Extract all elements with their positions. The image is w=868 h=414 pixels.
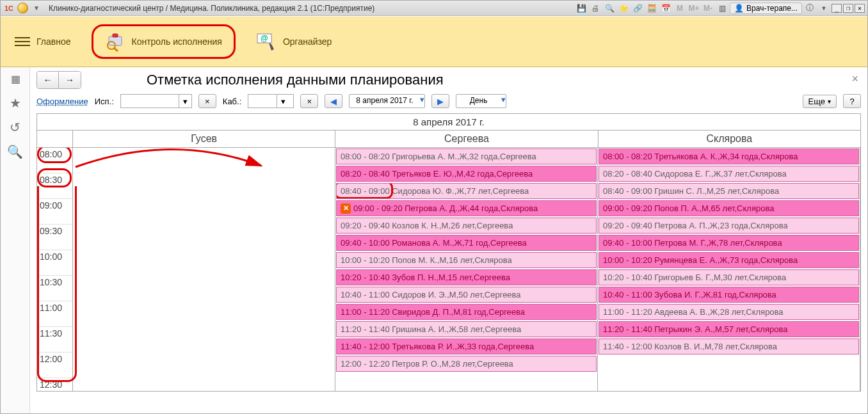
- calc-icon[interactable]: 🧮: [645, 2, 658, 15]
- appointment[interactable]: 08:20 - 08:40 Сидорова Е. Г.,Ж,37 лет,Ск…: [599, 166, 859, 182]
- appointment[interactable]: 11:40 - 12:00 Третьякова Р. И.,Ж,33 года…: [336, 338, 597, 354]
- kab-clear-button[interactable]: ×: [300, 94, 318, 108]
- preview-icon[interactable]: 🔍: [603, 2, 616, 15]
- main-area: × ← → Отметка исполнения данными планиро…: [30, 67, 867, 413]
- window-restore-button[interactable]: ❐: [843, 4, 853, 13]
- appointment[interactable]: 08:40 - 09:00 Гришин С. Л.,М,25 лет,Скля…: [599, 183, 859, 199]
- appointment[interactable]: 09:40 - 10:00 Петрова М. Г.,Ж,78 лет,Скл…: [599, 235, 859, 251]
- close-form-button[interactable]: ×: [851, 72, 858, 86]
- kab-combo[interactable]: ▾: [248, 94, 294, 108]
- time-slot[interactable]: 12:00: [37, 353, 72, 378]
- appointment[interactable]: 09:40 - 10:00 Романова А. М.,Ж,71 год,Се…: [336, 235, 597, 251]
- info-icon[interactable]: ⓘ: [803, 2, 816, 15]
- font-mplus-icon[interactable]: M+: [687, 2, 700, 15]
- appointment-text: 10:00 - 10:20 Румянцева Е. А.,Ж,73 года,…: [603, 255, 798, 265]
- dropdown-icon[interactable]: ▼: [31, 3, 42, 14]
- time-slot[interactable]: 11:30: [37, 327, 72, 353]
- appointment-text: 12:00 - 12:20 Петров Р. О.,М,28 лет,Серг…: [341, 359, 513, 369]
- print-icon[interactable]: 🖨: [589, 2, 602, 15]
- calendar-icon[interactable]: 📅: [659, 2, 672, 15]
- column-sergeeva[interactable]: 08:00 - 08:20 Григорьева А. М.,Ж,32 года…: [335, 148, 598, 391]
- kab-dropdown-icon[interactable]: ▾: [277, 95, 289, 107]
- appointment[interactable]: ✕09:00 - 09:20 Петрова А. Д.,Ж,44 года,С…: [336, 200, 597, 216]
- column-gusev[interactable]: [73, 148, 335, 391]
- appointment[interactable]: 11:40 - 12:00 Козлов В. И.,М,78 лет,Скля…: [599, 338, 859, 354]
- appointment[interactable]: 10:20 - 10:40 Зубов П. Н.,М,15 лет,Серге…: [336, 269, 597, 285]
- nav-back-button[interactable]: ←: [37, 72, 59, 88]
- appointment[interactable]: 09:20 - 09:40 Козлов К. Н.,М,26 лет,Серг…: [336, 218, 597, 234]
- column-sklyarova[interactable]: 08:00 - 08:20 Третьякова А. К.,Ж,34 года…: [598, 148, 860, 391]
- font-m-icon[interactable]: M: [673, 2, 686, 15]
- appointment-text: 09:00 - 09:20 Попов П. А.,М,65 лет,Скляр…: [603, 203, 774, 213]
- more-button[interactable]: Еще ▾: [803, 95, 837, 108]
- search-icon[interactable]: 🔍: [6, 144, 24, 159]
- time-column: 08:0008:3009:0009:3010:0010:3011:0011:30…: [37, 148, 73, 391]
- star-icon[interactable]: ★: [6, 95, 24, 111]
- window-state-icon[interactable]: [17, 3, 28, 13]
- appointment[interactable]: 08:00 - 08:20 Третьякова А. К.,Ж,34 года…: [599, 148, 859, 164]
- appointment[interactable]: 11:00 - 11:20 Свиридов Д. П.,М,81 год,Се…: [336, 304, 597, 320]
- time-slot[interactable]: 08:00: [37, 148, 72, 173]
- appointment[interactable]: 08:00 - 08:20 Григорьева А. М.,Ж,32 года…: [336, 148, 597, 164]
- doctor-header-sergeeva: Сергеева: [335, 131, 598, 147]
- user-badge[interactable]: 👤 Врач-терапе...: [730, 3, 802, 14]
- appointment[interactable]: 08:20 - 08:40 Третьяков Е. Ю.,М,42 года,…: [336, 166, 597, 182]
- appointment[interactable]: 09:00 - 09:20 Попов П. А.,М,65 лет,Скляр…: [599, 200, 859, 216]
- info-dd-icon[interactable]: ▼: [817, 2, 830, 15]
- date-combo[interactable]: 8 апреля 2017 г. ▾: [349, 94, 424, 108]
- time-slot[interactable]: 10:00: [37, 250, 72, 276]
- history-icon[interactable]: ↺: [6, 120, 24, 135]
- link-icon[interactable]: 🔗: [631, 2, 644, 15]
- appointment[interactable]: 09:20 - 09:40 Петрова А. П.,Ж,23 года,Ск…: [599, 218, 859, 234]
- side-toolstrip: ▦ ★ ↺ 🔍: [1, 67, 30, 413]
- time-slot[interactable]: 10:30: [37, 276, 72, 301]
- mode-dropdown-icon[interactable]: ▾: [501, 95, 506, 107]
- time-slot[interactable]: 11:00: [37, 301, 72, 327]
- isp-clear-button[interactable]: ×: [198, 94, 216, 108]
- appointment[interactable]: 10:40 - 11:00 Зубова И. Г.,Ж,81 год,Скля…: [599, 287, 859, 303]
- window-title: Клинико-диагностический центр / Медицина…: [49, 4, 572, 13]
- appointment[interactable]: 10:00 - 10:20 Попов М. К.,М,16 лет,Скляр…: [336, 252, 597, 268]
- time-slot[interactable]: 09:30: [37, 225, 72, 250]
- appointment[interactable]: 10:00 - 10:20 Румянцева Е. А.,Ж,73 года,…: [599, 252, 859, 268]
- appointment[interactable]: 12:00 - 12:20 Петров Р. О.,М,28 лет,Серг…: [336, 356, 597, 372]
- date-next-button[interactable]: ▶: [431, 94, 449, 108]
- appointment[interactable]: 10:20 - 10:40 Григорьев Б. Г.,М,30 лет,С…: [599, 269, 859, 285]
- panels-icon[interactable]: ▥: [716, 2, 728, 15]
- isp-dropdown-icon[interactable]: ▾: [179, 95, 191, 107]
- help-button[interactable]: ?: [843, 94, 861, 108]
- appointment[interactable]: 11:20 - 11:40 Петрыкин Э. А.,М,57 лет,Ск…: [599, 321, 859, 337]
- user-name: Врач-терапе...: [746, 4, 798, 13]
- time-slot[interactable]: 08:30: [37, 173, 72, 199]
- kab-input[interactable]: [248, 95, 277, 107]
- time-slot[interactable]: 09:00: [37, 199, 72, 225]
- svg-rect-1: [113, 34, 118, 37]
- appointment-text: 08:40 - 09:00 Сидорова Ю. Ф.,Ж,77 лет,Се…: [341, 186, 529, 196]
- save-icon[interactable]: 💾: [575, 2, 588, 15]
- tab-main[interactable]: Главное: [7, 33, 79, 51]
- isp-combo[interactable]: ▾: [120, 94, 192, 108]
- appointment[interactable]: 11:20 - 11:40 Гришина А. И.,Ж,58 лет,Сер…: [336, 321, 597, 337]
- doctor-header-sklyarova: Склярова: [599, 131, 860, 147]
- appointment[interactable]: 08:40 - 09:00 Сидорова Ю. Ф.,Ж,77 лет,Се…: [336, 183, 597, 199]
- isp-input[interactable]: [121, 95, 179, 107]
- design-link[interactable]: Оформление: [36, 97, 88, 106]
- mode-combo[interactable]: День ▾: [456, 94, 506, 108]
- date-dropdown-icon[interactable]: ▾: [420, 95, 424, 107]
- tab-control[interactable]: Контроль исполнения: [92, 24, 236, 59]
- appointment[interactable]: 11:00 - 11:20 Авдеева А. В.,Ж,28 лет,Скл…: [599, 304, 859, 320]
- nav-button-group: ← →: [36, 71, 81, 89]
- appointment-text: 11:40 - 12:00 Козлов В. И.,М,78 лет,Скля…: [603, 342, 777, 351]
- appointment-text: 09:00 - 09:20 Петрова А. Д.,Ж,44 года,Ск…: [353, 203, 538, 213]
- time-slot[interactable]: 12:30: [37, 378, 72, 391]
- date-prev-button[interactable]: ◀: [325, 94, 342, 108]
- appointment[interactable]: 10:40 - 11:00 Сидоров И. Э.,М,50 лет,Сер…: [336, 287, 597, 303]
- tab-organizer[interactable]: @ Органайзер: [248, 28, 339, 56]
- favorite-icon[interactable]: ⭐: [617, 2, 630, 15]
- grid-icon[interactable]: ▦: [6, 71, 24, 86]
- window-minimize-button[interactable]: _: [832, 4, 842, 13]
- window-close-button[interactable]: ✕: [855, 4, 865, 13]
- nav-forward-button[interactable]: →: [59, 72, 81, 88]
- titlebar-tools: 💾 🖨 🔍 ⭐ 🔗 🧮 📅 M M+ M- ▥ 👤 Врач-терапе...…: [575, 2, 865, 15]
- font-mminus-icon[interactable]: M-: [702, 2, 714, 15]
